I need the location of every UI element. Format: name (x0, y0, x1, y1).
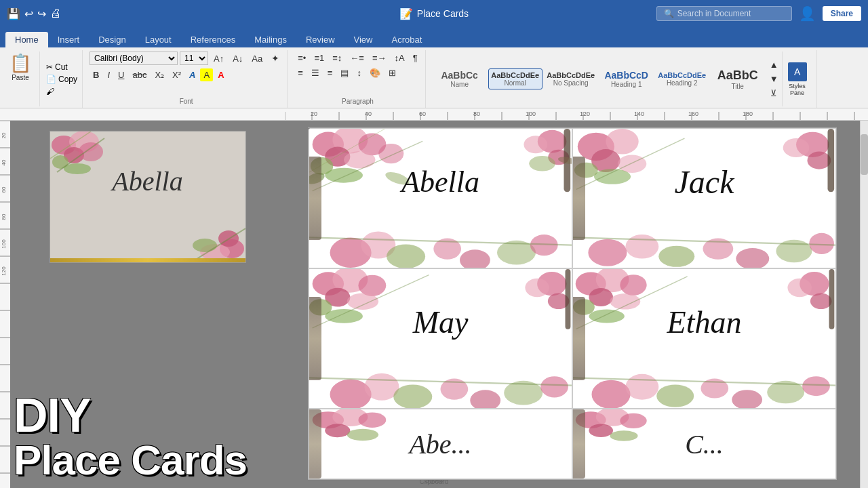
increase-font-button[interactable]: A↑ (210, 52, 227, 65)
font-size-select[interactable]: 11 (180, 52, 208, 65)
quick-access-print[interactable]: 🖨 (50, 7, 61, 20)
svg-point-103 (588, 239, 627, 266)
preview-card: Abella (50, 131, 246, 263)
horizontal-ruler: // Can't use JS in SVG here, draw static… (0, 108, 868, 121)
svg-text:20: 20 (311, 110, 317, 117)
decrease-font-button[interactable]: A↓ (229, 52, 246, 65)
svg-point-88 (460, 249, 490, 268)
svg-point-129 (540, 377, 568, 398)
vertical-ruler: 20 40 60 80 100 120 (0, 121, 10, 488)
superscript-button[interactable]: X² (169, 68, 184, 81)
move-handle[interactable]: ⊕ (308, 127, 311, 133)
svg-text:120: 120 (580, 110, 590, 117)
tab-insert[interactable]: Insert (48, 32, 90, 47)
tab-view[interactable]: View (344, 32, 382, 47)
copy-button[interactable]: 📄 Copy (44, 74, 79, 85)
bullets-button[interactable]: ≡• (294, 52, 309, 64)
line-spacing-button[interactable]: ↕ (353, 66, 365, 79)
text-highlight-button[interactable]: A (200, 68, 213, 81)
paragraph-group: ≡• ≡1 ≡↕ ←≡ ≡→ ↕A ¶ ≡ ☰ ≡ ▤ ↕ 🎨 ⊞ Paragr… (290, 50, 425, 108)
tab-layout[interactable]: Layout (136, 32, 181, 47)
scrollbar-thumb[interactable] (861, 134, 868, 175)
sort-button[interactable]: ↕A (391, 52, 408, 64)
card-may: May (309, 268, 572, 409)
format-painter-icon: 🖌 (46, 87, 54, 96)
card-ethan-name: Ethan (667, 304, 742, 340)
align-center-button[interactable]: ☰ (308, 66, 323, 79)
svg-point-101 (807, 152, 831, 169)
strikethrough-button[interactable]: abc (129, 68, 150, 81)
profile-icon[interactable]: 👤 (799, 5, 816, 22)
svg-point-104 (625, 235, 658, 259)
tab-review[interactable]: Review (296, 32, 344, 47)
search-box[interactable]: 🔍 Search in Document (656, 6, 792, 21)
show-marks-button[interactable]: ¶ (410, 52, 421, 64)
copy-icon: 📄 (46, 75, 56, 84)
svg-point-141 (810, 293, 832, 310)
svg-point-133 (620, 274, 646, 296)
quick-access-redo[interactable]: ↪ (37, 7, 46, 20)
cut-button[interactable]: ✂ Cut (44, 62, 79, 73)
style-no-spacing[interactable]: AaBbCcDdEe No Spacing (544, 68, 598, 89)
font-color-button[interactable]: A (214, 68, 227, 81)
feather-accent (309, 157, 321, 240)
card-partial-left-name: Abe... (409, 428, 471, 460)
subscript-button[interactable]: X₂ (151, 68, 167, 81)
feather-accent-4 (573, 297, 585, 380)
style-name[interactable]: AaBbCc Name (433, 67, 487, 91)
tab-design[interactable]: Design (89, 32, 135, 47)
share-button[interactable]: Share (823, 6, 861, 21)
tab-references[interactable]: References (181, 32, 245, 47)
preview-card-name: Abella (112, 165, 182, 197)
shading-button[interactable]: 🎨 (366, 66, 384, 79)
quick-access-save[interactable]: 💾 (7, 7, 20, 20)
style-heading1[interactable]: AaBbCcD Heading 1 (599, 67, 654, 91)
bold-button[interactable]: B (90, 68, 102, 81)
svg-point-127 (470, 390, 500, 409)
svg-point-158 (620, 413, 646, 428)
svg-text:60: 60 (1, 186, 7, 192)
document-area[interactable]: ⊕ (285, 121, 860, 488)
ribbon: 📋 Paste ✂ Cut 📄 Copy 🖌 Clipboard Calibri… (0, 47, 868, 108)
styles-scroll-down[interactable]: ▼ (766, 73, 782, 85)
svg-text:100: 100 (526, 110, 536, 117)
justify-button[interactable]: ▤ (337, 66, 352, 79)
paste-button[interactable]: 📋 Paste (5, 52, 35, 83)
italic-button[interactable]: I (104, 68, 113, 81)
format-painter-button[interactable]: 🖌 (44, 86, 79, 97)
borders-button[interactable]: ⊞ (385, 66, 399, 79)
svg-rect-32 (0, 121, 10, 488)
paragraph-group-label: Paragraph (342, 98, 374, 106)
align-left-button[interactable]: ≡ (294, 66, 307, 79)
styles-more[interactable]: ⊻ (766, 87, 782, 100)
numbering-button[interactable]: ≡1 (311, 52, 328, 64)
svg-text:160: 160 (688, 110, 698, 117)
styles-group: AaBbCc Name AaBbCcDdEe Normal AaBbCcDdEe… (429, 50, 817, 108)
styles-pane-button[interactable]: A StylesPane (782, 52, 812, 106)
svg-point-56 (79, 142, 103, 161)
tab-acrobat[interactable]: Acrobat (382, 32, 431, 47)
underline-button[interactable]: U (115, 68, 127, 81)
text-effects-button[interactable]: A (186, 68, 199, 81)
style-normal[interactable]: AaBbCcDdEe Normal (488, 68, 542, 89)
styles-scroll-up[interactable]: ▲ (766, 58, 782, 71)
decrease-indent-button[interactable]: ←≡ (347, 52, 368, 64)
multilevel-button[interactable]: ≡↕ (329, 52, 345, 64)
svg-point-64 (193, 239, 217, 252)
ribbon-tabs: Home Insert Design Layout References Mai… (0, 27, 868, 47)
style-title[interactable]: AaBbC Title (711, 66, 765, 93)
style-heading2[interactable]: AaBbCcDdEe Heading 2 (655, 68, 709, 89)
increase-indent-button[interactable]: ≡→ (369, 52, 390, 64)
clear-format-button[interactable]: ✦ (268, 52, 283, 65)
tab-home[interactable]: Home (5, 32, 48, 47)
card-partial-right: C... (572, 409, 836, 479)
align-right-button[interactable]: ≡ (324, 66, 336, 79)
tab-mailings[interactable]: Mailings (245, 32, 296, 47)
svg-text:100: 100 (1, 239, 7, 249)
search-icon: 🔍 (664, 9, 674, 18)
font-family-select[interactable]: Calibri (Body) (90, 52, 178, 65)
quick-access-undo[interactable]: ↩ (24, 7, 33, 20)
svg-point-100 (783, 138, 810, 157)
change-case-button[interactable]: Aa (248, 52, 266, 65)
vertical-scrollbar[interactable] (860, 121, 868, 488)
